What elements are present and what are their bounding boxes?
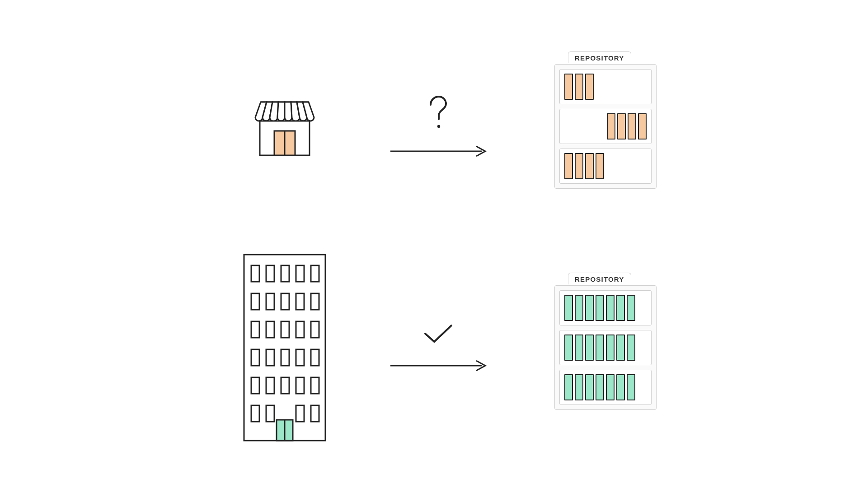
svg-point-3 — [437, 125, 440, 128]
small-shop-slot — [226, 95, 343, 158]
repository-shelf — [559, 290, 652, 325]
svg-rect-18 — [281, 321, 289, 338]
arrow-slot-bottom — [343, 323, 533, 372]
repository-shelf — [559, 330, 652, 365]
svg-rect-30 — [311, 377, 319, 394]
repository-body-bottom — [554, 285, 657, 410]
svg-rect-34 — [311, 405, 319, 422]
svg-rect-11 — [251, 293, 259, 310]
repo-item — [564, 374, 573, 400]
repository-shelf — [559, 149, 652, 184]
repo-item — [596, 335, 604, 361]
svg-rect-6 — [251, 265, 259, 282]
office-building-icon — [239, 253, 330, 442]
svg-rect-26 — [251, 377, 259, 394]
repository-shelf — [559, 370, 652, 405]
repo-item — [616, 335, 625, 361]
repo-item — [596, 295, 604, 321]
repo-item — [575, 153, 583, 179]
repository-body-top — [554, 64, 657, 189]
repo-item — [627, 335, 635, 361]
svg-rect-19 — [296, 321, 304, 338]
svg-rect-24 — [296, 349, 304, 366]
repo-item — [564, 295, 573, 321]
svg-rect-23 — [281, 349, 289, 366]
repo-item — [616, 295, 625, 321]
repo-item — [606, 335, 615, 361]
svg-rect-16 — [251, 321, 259, 338]
svg-rect-27 — [266, 377, 274, 394]
repo-item — [596, 374, 604, 400]
repo-item — [606, 295, 615, 321]
svg-rect-25 — [311, 349, 319, 366]
svg-rect-10 — [311, 265, 319, 282]
repo-item — [585, 335, 594, 361]
office-building-slot — [226, 253, 343, 442]
diagram-row-bottom: REPOSITORY — [226, 253, 678, 442]
repository-label-bottom: REPOSITORY — [568, 273, 631, 284]
repo-item — [607, 113, 615, 139]
svg-rect-12 — [266, 293, 274, 310]
repo-item — [585, 295, 594, 321]
svg-rect-9 — [296, 265, 304, 282]
check-mark-icon — [422, 323, 454, 345]
svg-rect-15 — [311, 293, 319, 310]
svg-rect-33 — [296, 405, 304, 422]
repo-item — [617, 113, 626, 139]
svg-rect-8 — [281, 265, 289, 282]
diagram-row-top: REPOSITORY — [226, 45, 678, 208]
svg-rect-29 — [296, 377, 304, 394]
repo-item — [575, 295, 583, 321]
repository-shelf — [559, 109, 652, 144]
svg-rect-28 — [281, 377, 289, 394]
svg-rect-32 — [266, 405, 274, 422]
repo-item — [564, 335, 573, 361]
repo-item — [606, 374, 615, 400]
repository-label-top: REPOSITORY — [568, 51, 631, 63]
arrow-slot-top — [343, 95, 533, 158]
repo-item — [627, 374, 635, 400]
repo-item — [575, 335, 583, 361]
repository-shelf — [559, 69, 652, 104]
repo-item — [575, 74, 583, 100]
repo-item — [585, 153, 594, 179]
repo-item — [564, 153, 573, 179]
repo-item — [585, 374, 594, 400]
repo-item — [638, 113, 647, 139]
repo-item — [585, 74, 594, 100]
repo-item — [596, 153, 604, 179]
svg-rect-13 — [281, 293, 289, 310]
svg-rect-17 — [266, 321, 274, 338]
arrow-right-icon — [389, 144, 488, 158]
svg-rect-31 — [251, 405, 259, 422]
repo-item — [616, 374, 625, 400]
svg-rect-20 — [311, 321, 319, 338]
repository-top: REPOSITORY — [554, 64, 657, 189]
repo-item — [627, 295, 635, 321]
repository-top-slot: REPOSITORY — [533, 64, 678, 189]
question-mark-icon — [427, 95, 450, 131]
svg-rect-7 — [266, 265, 274, 282]
svg-rect-21 — [251, 349, 259, 366]
small-shop-icon — [253, 95, 317, 158]
repo-item — [628, 113, 636, 139]
arrow-right-icon — [389, 359, 488, 372]
repo-item — [564, 74, 573, 100]
repo-item — [575, 374, 583, 400]
svg-rect-22 — [266, 349, 274, 366]
repository-bottom-slot: REPOSITORY — [533, 285, 678, 410]
repository-bottom: REPOSITORY — [554, 285, 657, 410]
svg-rect-14 — [296, 293, 304, 310]
